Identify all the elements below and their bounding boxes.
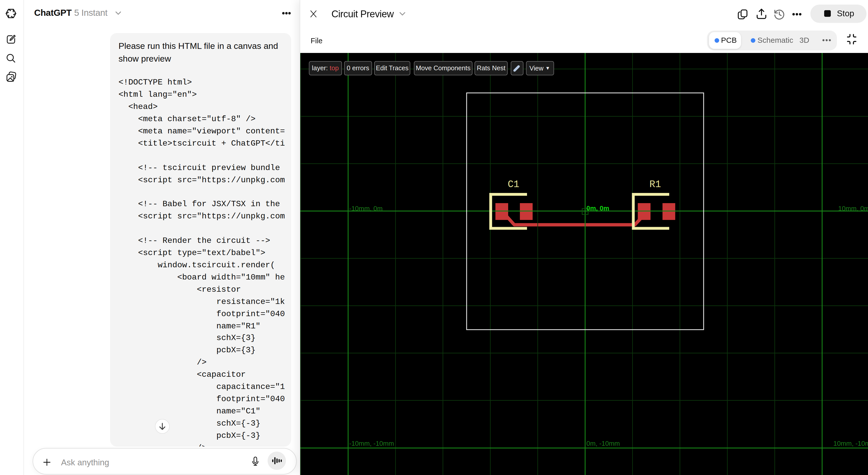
svg-text:C1: C1 (508, 179, 519, 190)
svg-text:10mm, -10mm: 10mm, -10mm (833, 439, 868, 447)
svg-text:10mm, 0m: 10mm, 0m (838, 204, 868, 212)
svg-text:0m, -10mm: 0m, -10mm (586, 439, 620, 447)
svg-text:-10mm, 0m: -10mm, 0m (349, 204, 382, 212)
svg-text:R1: R1 (649, 179, 661, 190)
svg-text:-10mm, -10mm: -10mm, -10mm (349, 439, 394, 447)
svg-text:0m, 0m: 0m, 0m (586, 204, 609, 212)
